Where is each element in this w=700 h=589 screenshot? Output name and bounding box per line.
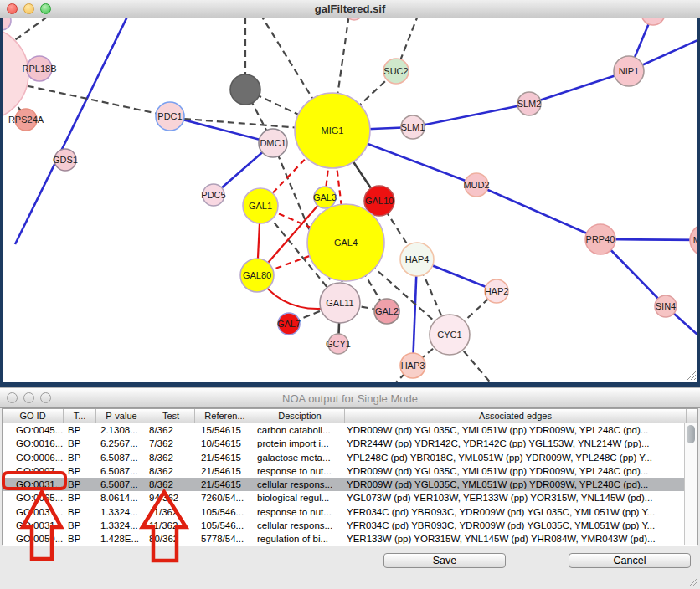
node-gcy1[interactable]: GCY1 bbox=[326, 334, 351, 354]
column-header-pvalue[interactable]: P-value bbox=[96, 409, 147, 423]
cell-edges[interactable]: YER133W (pp) YOR315W, YNL145W (pd) YHR08… bbox=[345, 532, 687, 545]
cell-test[interactable]: 8/362 bbox=[147, 423, 195, 437]
cell-reference[interactable]: 105/546... bbox=[195, 519, 255, 532]
cell-type[interactable]: BP bbox=[64, 451, 96, 464]
table-row[interactable]: GO:0007...BP6.5087...8/36221/54615respon… bbox=[3, 464, 697, 478]
cell-pvalue[interactable]: 6.5087... bbox=[96, 478, 147, 491]
node-pdc5[interactable]: PDC5 bbox=[201, 184, 225, 206]
cell-description[interactable]: protein import i... bbox=[255, 437, 345, 450]
cell-pvalue[interactable]: 2.1308... bbox=[96, 423, 147, 437]
node-mig1[interactable]: MIG1 bbox=[295, 93, 370, 168]
cell-description[interactable]: response to nut... bbox=[255, 505, 345, 519]
cell-test[interactable]: 8/362 bbox=[147, 478, 195, 491]
cancel-button[interactable]: Cancel bbox=[569, 553, 691, 568]
node-msn5[interactable]: MSN5 bbox=[690, 224, 697, 256]
node-unlabeled[interactable] bbox=[641, 18, 665, 25]
cell-reference[interactable]: 15/54615 bbox=[195, 423, 255, 437]
table-row[interactable]: GO:0031...BP1.3324...11/362105/546...cel… bbox=[3, 519, 697, 532]
scrollbar-thumb[interactable] bbox=[687, 425, 695, 443]
table-row[interactable]: GO:0016...BP6.2567...7/36210/54615protei… bbox=[3, 437, 697, 450]
noa-titlebar[interactable]: NOA output for Single Mode bbox=[0, 387, 700, 408]
network-titlebar[interactable]: galFiltered.sif bbox=[0, 0, 700, 18]
cell-test[interactable]: 8/362 bbox=[147, 451, 195, 464]
cell-description[interactable]: response to nut... bbox=[255, 464, 345, 478]
table-row[interactable]: GO:0065...BP8.0614...94/3627260/54...bio… bbox=[3, 491, 697, 504]
cell-edges[interactable]: YDR009W (pd) YGL035C, YML051W (pp) YDR00… bbox=[345, 478, 687, 491]
node-hap3[interactable]: HAP3 bbox=[400, 353, 425, 378]
table-row[interactable]: GO:0006...BP6.5087...8/36221/54615galact… bbox=[3, 451, 697, 464]
cell-pvalue[interactable]: 1.3324... bbox=[96, 519, 147, 532]
vertical-scrollbar[interactable] bbox=[684, 423, 697, 545]
cell-test[interactable]: 8/362 bbox=[147, 464, 195, 478]
column-header-go[interactable]: GO ID bbox=[3, 409, 64, 423]
cell-type[interactable]: BP bbox=[64, 464, 96, 478]
table-row-selected[interactable]: GO:0031...BP6.5087...8/36221/54615cellul… bbox=[3, 478, 697, 491]
save-button[interactable]: Save bbox=[383, 553, 506, 568]
network-canvas[interactable]: RPL18BRPS24AGDS1PDC1DMC1MIG1SUC2SLM1SLM2… bbox=[3, 18, 697, 382]
cell-reference[interactable]: 105/546... bbox=[195, 505, 255, 519]
cell-pvalue[interactable]: 1.428E... bbox=[96, 532, 147, 545]
cell-reference[interactable]: 5778/54... bbox=[195, 532, 255, 545]
cell-type[interactable]: BP bbox=[64, 491, 96, 504]
cell-edges[interactable]: YFR034C (pd) YBR093C, YDR009W (pd) YGL03… bbox=[345, 519, 687, 532]
cell-reference[interactable]: 21/54615 bbox=[195, 464, 255, 478]
cell-test[interactable]: 11/362 bbox=[147, 505, 195, 519]
cell-description[interactable]: biological regul... bbox=[255, 491, 345, 504]
node-gal7[interactable]: GAL7 bbox=[277, 313, 301, 335]
table-row[interactable]: GO:0045...BP2.1308...8/36215/54615carbon… bbox=[3, 423, 697, 437]
node-nip1[interactable]: NIP1 bbox=[614, 56, 644, 86]
node-sin4[interactable]: SIN4 bbox=[655, 295, 677, 317]
cell-pvalue[interactable]: 6.5087... bbox=[96, 464, 147, 478]
node-mud2[interactable]: MUD2 bbox=[463, 173, 489, 197]
cell-description[interactable]: regulation of bi... bbox=[255, 532, 345, 545]
node-suc2[interactable]: SUC2 bbox=[383, 59, 409, 84]
cell-go[interactable]: GO:0045... bbox=[3, 423, 64, 437]
column-header-edges[interactable]: Associated edges bbox=[345, 409, 687, 423]
node-cyc1[interactable]: CYC1 bbox=[430, 315, 470, 355]
cell-description[interactable]: cellular respons... bbox=[255, 519, 345, 532]
node-gal11[interactable]: GAL11 bbox=[320, 283, 360, 323]
cell-edges[interactable]: YPL248C (pd) YBR018C, YML051W (pp) YDR00… bbox=[345, 451, 687, 464]
node-prp40[interactable]: PRP40 bbox=[585, 224, 615, 254]
cell-type[interactable]: BP bbox=[64, 478, 96, 491]
table-row[interactable]: GO:0050...BP1.428E...80/3625778/54...reg… bbox=[3, 532, 697, 545]
node-gal2[interactable]: GAL2 bbox=[374, 299, 399, 324]
cell-reference[interactable]: 21/54615 bbox=[195, 451, 255, 464]
cell-pvalue[interactable]: 8.0614... bbox=[96, 491, 147, 504]
node-gal4[interactable]: GAL4 bbox=[307, 204, 384, 281]
node-gal1[interactable]: GAL1 bbox=[243, 188, 278, 223]
cell-edges[interactable]: YGL073W (pd) YER103W, YER133W (pp) YOR31… bbox=[345, 491, 687, 504]
resize-grip-icon[interactable] bbox=[686, 370, 697, 381]
node-gal80[interactable]: GAL80 bbox=[240, 259, 274, 292]
cell-description[interactable]: carbon cataboli... bbox=[255, 423, 345, 437]
cell-type[interactable]: BP bbox=[64, 532, 96, 545]
node-dmc1[interactable]: DMC1 bbox=[259, 129, 287, 157]
cell-reference[interactable]: 21/54615 bbox=[195, 478, 255, 491]
column-header-reference[interactable]: Referen... bbox=[195, 409, 255, 423]
cell-type[interactable]: BP bbox=[64, 423, 96, 437]
cell-reference[interactable]: 10/54615 bbox=[195, 437, 255, 450]
cell-go[interactable]: GO:0031... bbox=[3, 519, 64, 532]
cell-type[interactable]: BP bbox=[64, 505, 96, 519]
cell-test[interactable]: 11/362 bbox=[147, 519, 195, 532]
table-row[interactable]: GO:0031...BP1.3324...11/362105/546...res… bbox=[3, 505, 697, 519]
cell-type[interactable]: BP bbox=[64, 437, 96, 450]
node-unlabeled[interactable] bbox=[3, 18, 11, 30]
cell-go[interactable]: GO:0031... bbox=[3, 505, 64, 519]
cell-go[interactable]: GO:0050... bbox=[3, 532, 64, 545]
node-slm2[interactable]: SLM2 bbox=[517, 92, 542, 115]
node-unlabeled[interactable] bbox=[3, 27, 28, 120]
cell-test[interactable]: 7/362 bbox=[147, 437, 195, 450]
cell-go[interactable]: GO:0006... bbox=[3, 451, 64, 464]
node-unlabeled[interactable] bbox=[230, 74, 260, 105]
column-header-type[interactable]: T... bbox=[64, 409, 96, 423]
cell-edges[interactable]: YDR009W (pd) YGL035C, YML051W (pp) YDR00… bbox=[345, 464, 687, 478]
cell-edges[interactable]: YDR244W (pp) YDR142C, YDR142C (pp) YGL15… bbox=[345, 437, 687, 450]
cell-edges[interactable]: YFR034C (pd) YBR093C, YDR009W (pd) YGL03… bbox=[345, 505, 687, 519]
cell-go[interactable]: GO:0065... bbox=[3, 491, 64, 504]
cell-test[interactable]: 94/362 bbox=[147, 491, 195, 504]
column-header-test[interactable]: Test bbox=[147, 409, 195, 423]
cell-description[interactable]: galactose meta... bbox=[255, 451, 345, 464]
node-hap2[interactable]: HAP2 bbox=[485, 279, 509, 303]
node-slm1[interactable]: SLM1 bbox=[401, 115, 425, 139]
